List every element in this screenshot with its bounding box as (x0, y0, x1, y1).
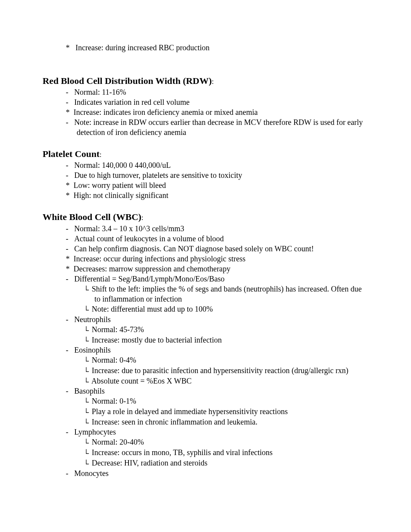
sub-list-item: └ Shift to the left: implies the % of se… (43, 284, 368, 304)
sub-item-text: Normal: 0-4% (92, 356, 136, 364)
item-text: Monocytes (74, 469, 109, 477)
item-text: indicates iron deficiency anemia or mixe… (103, 108, 258, 116)
sub-bullet-icon: └ (84, 459, 90, 469)
section-heading: White Blood Cell (WBC): (43, 211, 368, 223)
sub-item-list: └ Normal: 0-1%└ Play a role in delayed a… (43, 396, 368, 427)
heading-colon: : (99, 151, 101, 159)
item-text: Normal: 140,000 0 440,000/uL (74, 161, 171, 169)
bullet-marker: * (66, 180, 74, 190)
bullet-marker: * (66, 264, 74, 274)
sub-item-text: Note: differential must add up to 100% (92, 305, 213, 313)
sub-item-list: └ Normal: 20-40%└ Increase: occurs in mo… (43, 437, 368, 468)
sub-bullet-icon: └ (84, 336, 90, 346)
sub-item-text: Normal: 45-73% (92, 325, 144, 334)
sub-item-text: Decrease: HIV, radiation and steroids (92, 459, 207, 467)
sub-item-list: └ Normal: 45-73%└ Increase: mostly due t… (43, 324, 368, 345)
list-item: - Normal: 3.4 – 10 x 10^3 cells/mm3 (43, 223, 368, 234)
bullet-marker: - (66, 170, 74, 180)
sub-item-text: Increase: due to parasitic infection and… (92, 366, 348, 375)
sub-list-item: └ Absolute count = %Eos X WBC (43, 376, 368, 386)
list-item: - Normal: 11-16% (43, 87, 368, 97)
sub-bullet-icon: └ (84, 305, 90, 315)
item-label: Decreases: (74, 264, 109, 273)
sub-bullet-icon: └ (84, 418, 90, 428)
list-item: - Note: increase in RDW occurs earlier t… (43, 117, 368, 137)
sub-item-text: Play a role in delayed and immediate hyp… (92, 407, 288, 416)
spacer (43, 53, 368, 64)
sub-list-item: └ Play a role in delayed and immediate h… (43, 406, 368, 417)
bullet-marker: - (66, 427, 74, 437)
section-heading: Red Blood Cell Distribution Width (RDW): (43, 75, 368, 87)
sub-item-text: Increase: seen in chronic inflammation a… (92, 418, 257, 426)
sub-list-item: └ Normal: 0-1% (43, 396, 368, 406)
sub-item-list: └ Shift to the left: implies the % of se… (43, 284, 368, 314)
item-text: Basophils (74, 387, 105, 395)
list-item: * Increase: indicates iron deficiency an… (43, 107, 368, 117)
item-text: Lymphocytes (74, 428, 116, 436)
sub-list-item: └ Decrease: HIV, radiation and steroids (43, 458, 368, 468)
item-list: - Normal: 140,000 0 440,000/uL- Due to h… (43, 160, 368, 200)
sub-bullet-icon: └ (84, 326, 90, 336)
bullet-marker: * (66, 43, 74, 53)
sub-bullet-icon: └ (84, 356, 90, 366)
sub-bullet-icon: └ (84, 367, 90, 377)
list-item: - Indicates variation in red cell volume (43, 97, 368, 107)
bullet-marker: - (66, 234, 74, 244)
sub-bullet-icon: └ (84, 285, 90, 295)
sub-bullet-icon: └ (84, 408, 90, 418)
item-text: Neutrophils (74, 315, 111, 324)
heading-colon: : (141, 214, 143, 222)
sub-list-item: └ Normal: 0-4% (43, 355, 368, 365)
list-item: - Basophils (43, 386, 368, 396)
sub-item-text: Absolute count = %Eos X WBC (91, 377, 192, 385)
sub-list-item: └ Normal: 45-73% (43, 324, 368, 335)
sub-list-item: └ Normal: 20-40% (43, 437, 368, 447)
item-label: High: (74, 191, 91, 200)
list-item: - Eosinophils (43, 345, 368, 355)
sub-list-item: └ Increase: mostly due to bacterial infe… (43, 335, 368, 345)
item-label: Low: (74, 181, 90, 189)
list-item: - Can help confirm diagnosis. Can NOT di… (43, 244, 368, 254)
bullet-marker: * (66, 190, 74, 200)
sub-list-item: └ Increase: seen in chronic inflammation… (43, 417, 368, 427)
bullet-marker: - (66, 117, 74, 127)
top-list: * Increase: during increased RBC product… (43, 43, 368, 53)
sub-list-item: └ Note: differential must add up to 100% (43, 304, 368, 314)
list-item: * Increase: occur during infections and … (43, 254, 368, 264)
list-item: - Lymphocytes (43, 427, 368, 437)
item-label: Increase: (74, 254, 101, 263)
list-item: - Actual count of leukocytes in a volume… (43, 234, 368, 244)
list-item: - Monocytes (43, 468, 368, 478)
item-text: worry patient will bleed (92, 181, 166, 189)
bullet-marker: - (66, 314, 74, 324)
sub-item-text: Shift to the left: implies the % of segs… (92, 285, 362, 304)
item-text: Eosinophils (74, 346, 111, 354)
bullet-marker: - (66, 87, 74, 97)
sub-bullet-icon: └ (84, 449, 90, 459)
list-item: - Normal: 140,000 0 440,000/uL (43, 160, 368, 170)
list-item: * Low: worry patient will bleed (43, 180, 368, 190)
bullet-marker: - (66, 345, 74, 355)
bullet-marker: - (66, 274, 74, 284)
sub-bullet-icon: └ (84, 438, 90, 448)
item-text: Normal: 11-16% (74, 88, 126, 96)
list-item: - Neutrophils (43, 314, 368, 324)
bullet-marker: - (66, 160, 74, 170)
item-text: Normal: 3.4 – 10 x 10^3 cells/mm3 (74, 224, 184, 233)
list-item: - Differential = Seg/Band/Lymph/Mono/Eos… (43, 274, 368, 284)
sub-item-list: └ Normal: 0-4%└ Increase: due to parasit… (43, 355, 368, 386)
sub-item-text: Increase: mostly due to bacterial infect… (92, 336, 222, 344)
sub-bullet-icon: └ (84, 377, 90, 387)
item-text: Actual count of leukocytes in a volume o… (74, 234, 224, 243)
bullet-marker: * (66, 107, 74, 117)
sub-item-text: Increase: occurs in mono, TB, syphilis a… (92, 448, 272, 457)
item-text: Note: increase in RDW occurs earlier tha… (74, 118, 363, 136)
list-item: * Increase: during increased RBC product… (43, 43, 368, 53)
item-text: occur during infections and physiologic … (103, 254, 245, 263)
item-list: - Normal: 3.4 – 10 x 10^3 cells/mm3- Act… (43, 223, 368, 478)
item-list: - Normal: 11-16%- Indicates variation in… (43, 87, 368, 137)
section-heading: Platelet Count: (43, 148, 368, 160)
item-text: Differential = Seg/Band/Lymph/Mono/Eos/B… (74, 275, 225, 283)
item-text: Can help confirm diagnosis. Can NOT diag… (74, 244, 314, 253)
bullet-marker: - (66, 97, 74, 107)
